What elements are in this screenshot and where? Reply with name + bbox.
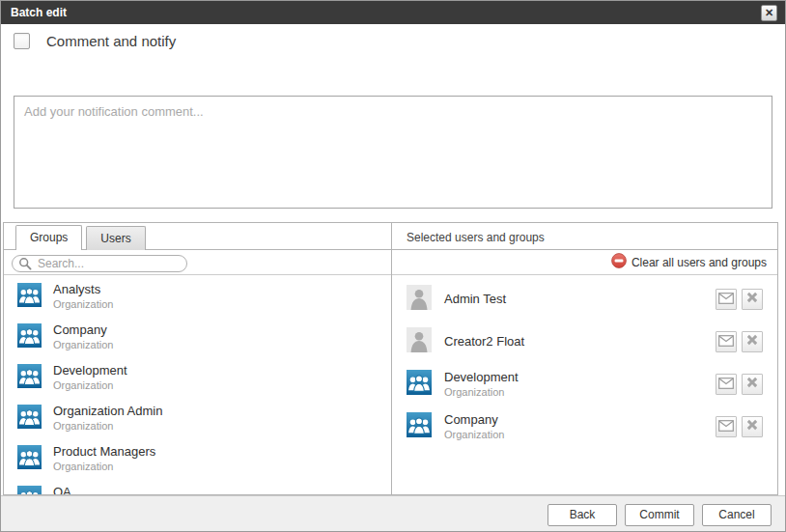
tab-groups[interactable]: Groups <box>15 225 82 250</box>
group-name: Product Managers <box>53 445 155 459</box>
dialog-titlebar: Batch edit ✕ <box>1 1 785 24</box>
group-icon <box>17 283 42 311</box>
notify-mail-button[interactable] <box>716 374 737 395</box>
group-name: Analysts <box>53 283 113 296</box>
selected-item: Admin Test <box>392 278 777 321</box>
selected-item: Development Organization <box>392 363 777 406</box>
dialog-title: Batch edit <box>11 6 761 19</box>
group-type: Organization <box>53 420 162 433</box>
group-type: Organization <box>53 379 127 392</box>
clear-all-icon <box>611 253 627 272</box>
group-list-item[interactable]: Analysts Organization <box>4 277 391 318</box>
search-icon <box>18 257 32 274</box>
notify-mail-button[interactable] <box>716 416 737 437</box>
group-name: Company <box>53 323 113 337</box>
mail-icon <box>718 376 734 393</box>
remove-x-icon <box>745 418 759 435</box>
selected-item: Company Organization <box>392 406 777 448</box>
clear-all-button[interactable]: Clear all users and groups <box>392 250 777 275</box>
source-panel: Groups Users <box>4 223 392 494</box>
group-icon <box>17 445 42 473</box>
group-icon <box>17 486 42 494</box>
selected-name: Admin Test <box>444 293 716 306</box>
remove-button[interactable] <box>742 416 763 437</box>
dialog-footer: Back Commit Cancel <box>1 495 785 532</box>
user-avatar-icon <box>407 327 432 356</box>
search-input[interactable] <box>12 255 187 272</box>
mail-icon <box>718 333 734 350</box>
groups-list: Analysts Organization Company Organizati… <box>4 275 391 494</box>
batch-edit-dialog: Batch edit ✕ Comment and notify Groups U… <box>0 0 786 532</box>
group-icon <box>17 323 42 351</box>
selected-name: Company <box>444 413 716 427</box>
group-list-item[interactable]: Organization Admin Organization <box>4 399 391 439</box>
group-list-item[interactable]: Development Organization <box>4 358 391 399</box>
search-row <box>4 250 391 275</box>
mail-icon <box>718 418 734 435</box>
selected-panel-header: Selected users and groups <box>392 223 777 250</box>
group-name: Organization Admin <box>53 405 162 418</box>
notification-comment-input[interactable] <box>14 96 772 209</box>
remove-button[interactable] <box>742 374 763 395</box>
group-icon <box>17 364 42 392</box>
group-list-item[interactable]: Product Managers Organization <box>4 439 391 480</box>
remove-x-icon <box>745 291 759 308</box>
group-type: Organization <box>53 339 113 351</box>
remove-button[interactable] <box>742 289 763 310</box>
group-icon <box>17 405 42 433</box>
notify-mail-button[interactable] <box>716 289 737 310</box>
remove-button[interactable] <box>742 331 763 352</box>
clear-all-label: Clear all users and groups <box>632 256 767 269</box>
group-name: Development <box>53 364 127 378</box>
selected-list: Admin Test Creator2 Float <box>392 275 777 494</box>
comment-notify-label: Comment and notify <box>46 33 176 49</box>
group-icon <box>407 412 432 441</box>
commit-button[interactable]: Commit <box>625 504 694 526</box>
group-type: Organization <box>53 461 155 473</box>
mail-icon <box>718 291 734 308</box>
group-type: Organization <box>53 298 113 311</box>
tab-bar: Groups Users <box>4 223 391 250</box>
user-group-picker-panel: Groups Users <box>3 222 778 495</box>
user-avatar-icon <box>407 285 432 314</box>
remove-x-icon <box>745 333 759 350</box>
remove-x-icon <box>745 376 759 393</box>
tab-users[interactable]: Users <box>86 226 145 250</box>
cancel-button[interactable]: Cancel <box>702 504 772 526</box>
group-icon <box>407 370 432 399</box>
group-list-item[interactable]: QA Organization <box>4 480 391 494</box>
group-list-item[interactable]: Company Organization <box>4 318 391 358</box>
selected-panel: Selected users and groups Clear all user… <box>392 223 777 494</box>
comment-notify-row: Comment and notify <box>14 33 772 49</box>
selected-type: Organization <box>444 386 716 399</box>
selected-name: Development <box>444 371 716 384</box>
close-icon[interactable]: ✕ <box>761 5 777 21</box>
back-button[interactable]: Back <box>547 504 617 526</box>
comment-notify-checkbox[interactable] <box>14 33 30 49</box>
selected-item: Creator2 Float <box>392 321 777 363</box>
selected-name: Creator2 Float <box>444 335 716 349</box>
group-name: QA <box>53 486 113 494</box>
notify-mail-button[interactable] <box>716 331 737 352</box>
selected-type: Organization <box>444 429 716 441</box>
